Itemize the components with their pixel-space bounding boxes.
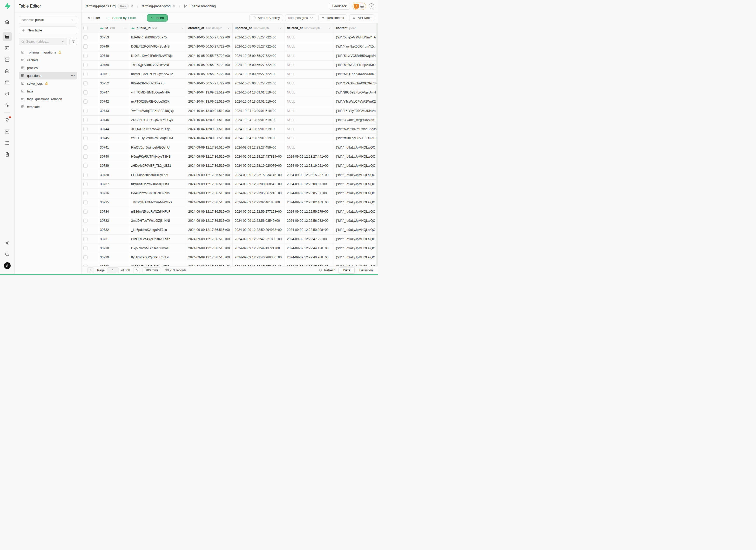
cell-deleted_at[interactable]: NULL: [285, 51, 334, 60]
cell-created_at[interactable]: 2024-10-05 00:55:27.722+00: [186, 33, 233, 42]
rail-item-database[interactable]: [3, 55, 12, 64]
cell-content[interactable]: {"id":"fvrQ1bXoJ6XaAD08G: [334, 70, 378, 78]
supabase-logo-icon[interactable]: [4, 3, 11, 9]
schema-select[interactable]: schema: public: [19, 16, 77, 24]
rail-item-command-search[interactable]: [3, 250, 12, 259]
cell-created_at[interactable]: 2024-10-04 13:09:01.519+00: [186, 125, 233, 133]
row-checkbox[interactable]: [83, 237, 87, 241]
cell-id[interactable]: 30751: [98, 70, 129, 78]
cell-created_at[interactable]: 2024-09-09 12:17:36.515+00: [186, 207, 233, 216]
column-header-public_id[interactable]: public_idtext: [129, 23, 186, 33]
sidebar-table-questions[interactable]: questions•••: [19, 72, 77, 79]
row-checkbox[interactable]: [83, 191, 87, 195]
cell-public_id[interactable]: _l40sQIRTmMZfcm-MWMPs: [129, 198, 186, 207]
rail-item-sql-editor[interactable]: [3, 43, 12, 53]
cell-public_id[interactable]: _La6pddxcKJIbgufATJ1n: [129, 225, 186, 234]
rail-item-advisors[interactable]: [3, 115, 12, 125]
cell-id[interactable]: 30746: [98, 116, 129, 124]
cell-deleted_at[interactable]: 2024-09-09 12:22:50.298+00: [285, 225, 334, 234]
cell-created_at[interactable]: 2024-09-09 12:17:36.515+00: [186, 253, 233, 262]
column-menu-icon[interactable]: [227, 26, 230, 30]
chevron-down-icon[interactable]: [62, 40, 65, 43]
cell-id[interactable]: 30733: [98, 216, 129, 225]
cell-updated_at[interactable]: 2024-10-05 00:55:27.722+00: [233, 79, 285, 88]
insert-button[interactable]: Insert: [147, 14, 168, 22]
cell-public_id[interactable]: Be4KignzoK9YRGNI3Zgks: [129, 189, 186, 198]
row-checkbox[interactable]: [83, 210, 87, 214]
row-checkbox[interactable]: [83, 155, 87, 159]
sidebar-table-tags[interactable]: tags: [19, 87, 77, 95]
row-checkbox[interactable]: [83, 246, 87, 250]
cell-created_at[interactable]: 2024-09-09 12:17:36.515+00: [186, 189, 233, 198]
table-row[interactable]: 30734nj336mN5reuRVNZrKHFpF2024-09-09 12:…: [82, 207, 378, 216]
cell-content[interactable]: {"id":"MeWCriorTPopA4Kc9: [334, 61, 378, 69]
row-checkbox[interactable]: [83, 63, 87, 67]
org-switcher-icon[interactable]: [130, 4, 134, 8]
cell-id[interactable]: 30745: [98, 134, 129, 143]
row-checkbox[interactable]: [83, 54, 87, 58]
cell-public_id[interactable]: bzwXazHgax6UIR58j6Fn3: [129, 180, 186, 189]
cell-updated_at[interactable]: 2024-09-09 12:22:59.277128+00: [233, 207, 285, 216]
cell-deleted_at[interactable]: 2024-09-09 12:23:05.57+00: [285, 189, 334, 198]
cell-content[interactable]: {"id":"_Id9aLyJpMHQLaiQC: [334, 152, 378, 161]
api-docs-button[interactable]: API Docs: [349, 14, 374, 21]
cell-created_at[interactable]: 2024-09-09 12:17:36.515+00: [186, 216, 233, 225]
row-checkbox[interactable]: [83, 118, 87, 122]
column-header-created_at[interactable]: created_attimestamptz: [186, 23, 233, 33]
select-all-checkbox[interactable]: [83, 26, 87, 30]
prev-page-button[interactable]: [87, 267, 94, 273]
cell-created_at[interactable]: 2024-10-04 13:09:01.519+00: [186, 106, 233, 115]
rail-item-home[interactable]: [3, 17, 12, 26]
cell-deleted_at[interactable]: NULL: [285, 116, 334, 124]
rail-item-storage[interactable]: [3, 78, 12, 87]
cell-public_id[interactable]: nj336mN5reuRVNZrKHFpF: [129, 207, 186, 216]
cell-updated_at[interactable]: 2024-09-09 12:22:44.13721+00: [233, 244, 285, 253]
table-row[interactable]: 30730DYp-7mcyMSIrHefLYIwwH2024-09-09 12:…: [82, 244, 378, 253]
cell-id[interactable]: 30731: [98, 235, 129, 244]
cell-id[interactable]: 30752: [98, 79, 129, 88]
cell-deleted_at[interactable]: NULL: [285, 61, 334, 69]
cell-public_id[interactable]: XPQwDIqY6Y75SwDnU-qr_: [129, 125, 186, 133]
cell-created_at[interactable]: 2024-09-09 12:17:36.515+00: [186, 143, 233, 152]
cell-deleted_at[interactable]: 2024-09-09 12:22:56.033+00: [285, 216, 334, 225]
sidebar-table-profiles[interactable]: profiles: [19, 64, 77, 72]
column-menu-icon[interactable]: [279, 26, 282, 30]
table-row[interactable]: 30742nxFT002ISeRE-Qobg3K3k2024-10-04 13:…: [82, 97, 378, 106]
vertical-scrollbar[interactable]: [376, 23, 378, 266]
column-menu-icon[interactable]: [180, 26, 184, 30]
cell-public_id[interactable]: RiqOV6p_5wihLeIAEQyhU: [129, 143, 186, 152]
table-row[interactable]: 307333muDHTceTWso9IZj8hHNI2024-09-09 12:…: [82, 216, 378, 225]
cell-updated_at[interactable]: 2024-09-09 12:23:05.567216+00: [233, 189, 285, 198]
table-row[interactable]: 30732_La6pddxcKJIbgufATJ1n2024-09-09 12:…: [82, 225, 378, 234]
table-row[interactable]: 30744XPQwDIqY6Y75SwDnU-qr_2024-10-04 13:…: [82, 125, 378, 134]
row-checkbox[interactable]: [83, 255, 87, 259]
rail-item-edge-functions[interactable]: [3, 89, 12, 98]
cell-public_id[interactable]: nbMhHL3AP7OcCJymc2wT2: [129, 70, 186, 78]
table-row[interactable]: 307501hnRQjxSRm2V0VticY2NF2024-10-05 00:…: [82, 61, 378, 70]
cell-updated_at[interactable]: 2024-10-05 00:55:27.722+00: [233, 42, 285, 51]
column-menu-icon[interactable]: [328, 26, 332, 30]
cell-id[interactable]: 30737: [98, 180, 129, 189]
cell-id[interactable]: 30742: [98, 97, 129, 106]
cell-deleted_at[interactable]: NULL: [285, 143, 334, 152]
row-checkbox[interactable]: [83, 99, 87, 104]
table-row[interactable]: 30741RiqOV6p_5wihLeIAEQyhU2024-09-09 12:…: [82, 143, 378, 152]
cell-content[interactable]: {"id":"5b7j5Pz9WHBNmY_A: [334, 33, 378, 42]
cell-updated_at[interactable]: 2024-09-09 12:22:56.03542+00: [233, 216, 285, 225]
cell-created_at[interactable]: 2024-10-05 00:55:27.722+00: [186, 51, 233, 60]
project-switcher-icon[interactable]: [172, 4, 176, 8]
new-table-button[interactable]: New table: [19, 26, 77, 34]
refresh-button[interactable]: Refresh: [319, 269, 335, 272]
table-row[interactable]: 30746ZDCunRYJP2CQ5Z8Po2Gy42024-10-04 13:…: [82, 116, 378, 125]
cell-content[interactable]: {"id":"_Id9aLyJpMHQLaiQC: [334, 189, 378, 198]
breadcrumb-project[interactable]: farming-paper-prod: [142, 4, 171, 8]
cell-created_at[interactable]: 2024-10-04 13:09:01.519+00: [186, 134, 233, 143]
cell-updated_at[interactable]: 2024-10-05 00:55:27.722+00: [233, 61, 285, 69]
cell-deleted_at[interactable]: 2024-09-09 12:23:27.441+00: [285, 152, 334, 161]
breadcrumb-org[interactable]: farming-paper's Org: [86, 4, 116, 8]
cell-public_id[interactable]: 8KraI-tSI-6-pSZcknaK5: [129, 79, 186, 88]
row-checkbox[interactable]: [83, 200, 87, 204]
column-menu-icon[interactable]: [123, 26, 127, 30]
column-header-id[interactable]: idint8: [98, 23, 129, 33]
cell-updated_at[interactable]: 2024-09-09 12:23:19.020076+00: [233, 161, 285, 170]
